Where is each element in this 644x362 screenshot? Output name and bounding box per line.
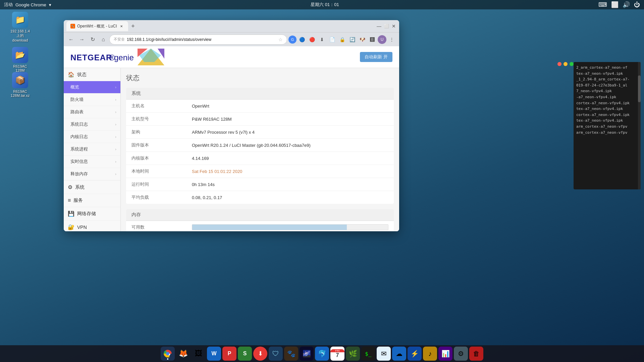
services-icon: ≡	[68, 197, 71, 203]
taskbar-downloader[interactable]: ⬇	[253, 347, 267, 361]
browser-name[interactable]: Google Chrome	[15, 2, 46, 7]
kernel-value: 4.14.169	[186, 152, 394, 165]
sidebar-header-status[interactable]: 🏠 状态	[64, 68, 120, 81]
sidebar-item-firewall[interactable]: 防火墙 ›	[64, 94, 120, 106]
close-window-button[interactable]: ✕	[391, 23, 396, 29]
taskbar-settings[interactable]: ⚙	[454, 347, 468, 361]
vpn-label: VPN	[77, 225, 87, 230]
terminal-scroll-thumb[interactable]	[638, 75, 641, 102]
taskbar-space[interactable]: 🌌	[300, 347, 314, 361]
desktop-icon-r619ac[interactable]: 📂 R619AC128M	[7, 47, 34, 72]
activity-label[interactable]: 活动	[4, 2, 13, 8]
terminal-maximize[interactable]	[570, 62, 574, 66]
user-avatar[interactable]: U	[378, 35, 386, 44]
desktop-icon-r619ac-tar[interactable]: 📦 R619AC128M.tar.xz	[7, 72, 34, 98]
taskbar-remove[interactable]: 🗑	[469, 347, 483, 361]
terminal-minimize[interactable]	[564, 62, 568, 66]
ext-icon-2[interactable]: 🔵	[297, 35, 307, 44]
more-menu-button[interactable]: ⋮	[387, 35, 396, 44]
back-button[interactable]: ←	[66, 35, 76, 44]
volume-icon: 🔊	[623, 1, 630, 8]
processes-label: 系统进程	[70, 146, 88, 152]
ext-icon-1[interactable]: G	[288, 36, 297, 44]
firewall-label: 防火墙	[70, 97, 84, 103]
sidebar-header-services[interactable]: ≡ 服务	[64, 194, 120, 207]
home-button[interactable]: ⌂	[99, 35, 108, 44]
new-tab-button[interactable]: +	[128, 21, 138, 31]
terminal-close[interactable]	[557, 62, 561, 66]
bookmark-icon[interactable]: ☆	[278, 37, 283, 42]
reload-button[interactable]: ↻	[88, 35, 97, 44]
taskbar-weather[interactable]: ☁	[392, 347, 406, 361]
taskbar-plank[interactable]: 🌿	[346, 347, 360, 361]
taskbar-ksysguard[interactable]: 📊	[438, 347, 452, 361]
ext-icon-7[interactable]: 🔄	[347, 35, 357, 44]
folder2-icon: 📂	[12, 47, 28, 63]
taskbar-wps-presentation[interactable]: P	[222, 347, 236, 361]
taskbar-terminal[interactable]: $_	[361, 347, 375, 361]
sidebar-header-network-storage[interactable]: 💾 网络存储	[64, 207, 120, 220]
sidebar-item-kernlog[interactable]: 内核日志 ›	[64, 131, 120, 143]
sidebar-section-system: ⚙ 系统	[64, 181, 120, 194]
taskbar-shield[interactable]: 🛡	[269, 347, 283, 361]
main-content: 状态 系统 主机名 OpenWrt 主机型号	[121, 68, 399, 231]
ext-icon-3[interactable]: 🔴	[307, 35, 317, 44]
ext-icon-4[interactable]: ⬇	[317, 35, 327, 44]
desktop-icon-download[interactable]: 📁 192.168.1.4上的download	[7, 12, 34, 42]
taskbar-paw[interactable]: 🐾	[284, 347, 298, 361]
browser-tab-active[interactable]: 🔧 OpenWrt - 概览 - LuCI ✕	[66, 21, 128, 31]
model-label: 主机型号	[126, 113, 186, 126]
services-label: 服务	[73, 197, 83, 203]
taskbar-music[interactable]: ♪	[423, 347, 437, 361]
sidebar-item-freemem[interactable]: 释放内存 ›	[64, 168, 120, 180]
calendar-date: 7	[336, 352, 339, 358]
taskbar-wps-word[interactable]: W	[207, 347, 221, 361]
table-row: 可用数 395 MB / 498 MB (79%)	[126, 221, 394, 231]
openwrt-page: NETGEAR ® genie 自动刷新 开	[64, 46, 399, 231]
auto-refresh-button[interactable]: 自动刷新 开	[360, 52, 392, 62]
tab-close-button[interactable]: ✕	[119, 23, 124, 29]
sidebar-item-processes[interactable]: 系统进程 ›	[64, 143, 120, 156]
taskbar-wps-spreadsheet[interactable]: S	[238, 347, 252, 361]
hostname-value: OpenWrt	[186, 100, 394, 113]
taskbar-dolphin[interactable]: 🐬	[315, 347, 329, 361]
forward-button[interactable]: →	[77, 35, 87, 44]
term-line-3: _1_2.94-8_arm_cortex-a7-	[576, 76, 638, 82]
taskbar-mail[interactable]: ✉	[377, 347, 391, 361]
browser-menu-arrow[interactable]: ▾	[49, 2, 51, 7]
sidebar-header-system[interactable]: ⚙ 系统	[64, 181, 120, 194]
terminal-scrollbar	[638, 62, 641, 189]
taskbar-calendar[interactable]: FRI 7	[330, 347, 344, 361]
ext-icon-5[interactable]: 📄	[327, 35, 337, 44]
address-bar[interactable]: 不安全 192.168.1.1/cgi-bin/luci///admin/sta…	[109, 35, 287, 45]
firmware-value: OpenWrt R20.1.24 / LuCI Master (git-20.0…	[186, 139, 394, 152]
desktop-icon-label2: R619AC128M	[13, 64, 27, 72]
ext-icon-9[interactable]: 🅱	[368, 35, 377, 44]
sidebar-header-vpn[interactable]: 🔐 VPN	[64, 221, 120, 231]
sidebar-item-routes[interactable]: 路由表 ›	[64, 106, 120, 118]
browser-toolbar-icons: G 🔵 🔴 ⬇ 📄 🔒 🔄 🐶 🅱 U ⋮	[288, 35, 396, 44]
sidebar-item-realtime[interactable]: 实时信息 ›	[64, 156, 120, 168]
tab-favicon: 🔧	[70, 24, 75, 28]
ext-icon-8[interactable]: 🐶	[358, 35, 367, 44]
sidebar-item-syslog[interactable]: 系统日志 ›	[64, 118, 120, 131]
available-bar-cell: 395 MB / 498 MB (79%)	[186, 221, 394, 231]
taskbar-images[interactable]: 🖼	[192, 347, 206, 361]
overview-label: 概览	[70, 84, 79, 90]
uptime-value: 0h 13m 14s	[186, 178, 394, 191]
term-line-7: cortex-a7_neon-vfpv4.ipk	[576, 100, 638, 106]
maximize-button[interactable]: ⬜	[384, 23, 389, 29]
sidebar-section-status: 🏠 状态 概览 › 防火墙 ›	[64, 68, 120, 181]
term-line-8: tex-a7_neon-vfpv4.ipk	[576, 106, 638, 112]
arch-label: 架构	[126, 126, 186, 139]
sidebar-item-overview[interactable]: 概览 ›	[64, 81, 120, 94]
minimize-button[interactable]: —	[376, 23, 382, 29]
power-icon[interactable]: ⏻	[634, 1, 640, 8]
model-value: P&W R619AC 128M	[186, 113, 394, 126]
taskbar-network[interactable]: ⚡	[408, 347, 422, 361]
ext-icon-6[interactable]: 🔒	[337, 35, 347, 44]
sidebar-section-network-storage: 💾 网络存储	[64, 207, 120, 221]
taskbar-chrome[interactable]	[161, 347, 175, 361]
term-line-1: 2_arm_cortex-a7_neon-vf	[576, 65, 638, 71]
taskbar-firefox[interactable]: 🦊	[176, 347, 190, 361]
